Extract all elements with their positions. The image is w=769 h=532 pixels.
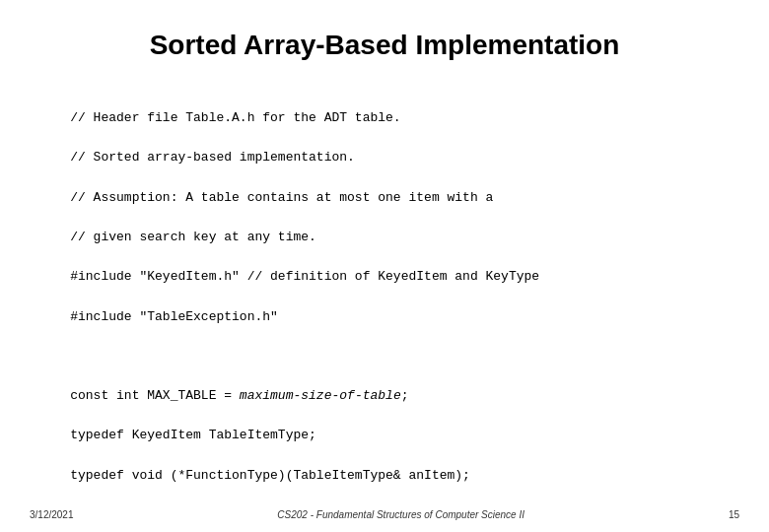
code-line-1: // Header file Table.A.h for the ADT tab… [70,110,400,125]
code-line-4: // given search key at any time. [70,230,316,244]
code-line-2: // Sorted array-based implementation. [70,150,355,165]
code-line-9: typedef KeyedItem TableItemType; [70,428,316,442]
code-line-6: #include "TableException.h" [70,309,278,324]
slide-title: Sorted Array-Based Implementation [39,30,730,61]
footer-date: 3/12/2021 [30,509,74,520]
slide: Sorted Array-Based Implementation // Hea… [0,0,769,532]
code-line-8: const int MAX_TABLE = maximum-size-of-ta… [70,388,408,403]
code-line-5: #include "KeyedItem.h" // definition of … [70,269,539,284]
code-line-10: typedef void (*FunctionType)(TableItemTy… [70,468,470,483]
code-block: // Header file Table.A.h for the ADT tab… [39,89,730,532]
footer-page: 15 [729,509,739,520]
code-line-3: // Assumption: A table contains at most … [70,190,493,205]
footer-course: CS202 - Fundamental Structures of Comput… [277,509,524,520]
footer: 3/12/2021 CS202 - Fundamental Structures… [0,509,769,520]
